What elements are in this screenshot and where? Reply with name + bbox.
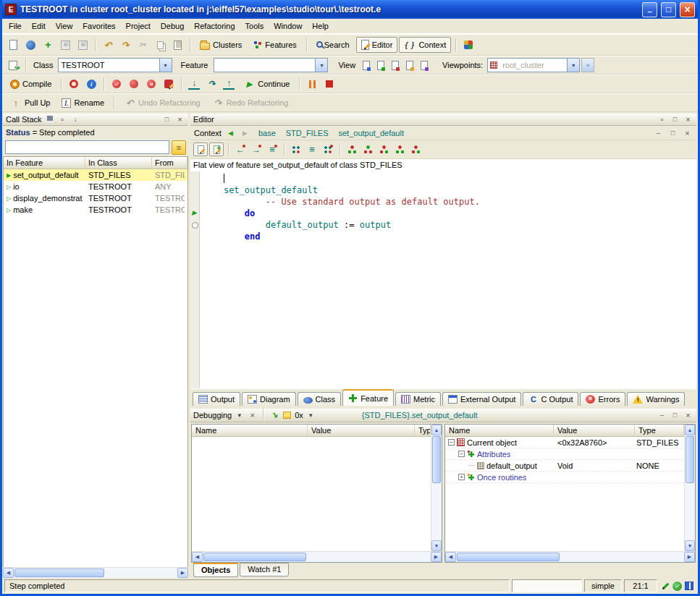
watch-column-type[interactable]: Type — [415, 425, 431, 436]
code-line[interactable]: -- Use standard output as default output… — [203, 196, 696, 208]
creators-button[interactable] — [289, 142, 303, 156]
code-line[interactable]: default_output := output — [203, 219, 696, 231]
menu-file[interactable]: File — [4, 20, 27, 33]
editor-tab-errors[interactable]: Errors — [580, 392, 625, 406]
editor-tab-c-output[interactable]: C Output — [523, 392, 578, 406]
open-new-editor-button[interactable] — [209, 142, 224, 156]
context-close-button[interactable] — [682, 128, 693, 137]
menu-help[interactable]: Help — [307, 20, 334, 33]
breadcrumb-base[interactable]: base — [258, 129, 276, 137]
menu-view[interactable]: View — [51, 20, 78, 33]
menu-window[interactable]: Window — [269, 20, 307, 33]
objects-column-type[interactable]: Type — [635, 425, 684, 436]
debugging-maximize-button[interactable] — [670, 411, 680, 420]
save-all-button[interactable] — [75, 37, 90, 53]
code-area[interactable]: set_output_default -- Use standard outpu… — [190, 171, 696, 388]
watch-vscrollbar[interactable] — [431, 425, 442, 551]
menu-refactoring[interactable]: Refactoring — [189, 20, 240, 33]
editor-tab-class[interactable]: Class — [298, 392, 342, 406]
scroll-down-button[interactable] — [685, 540, 695, 551]
code-line[interactable]: end — [203, 231, 696, 242]
watch-column-value[interactable]: Value — [308, 425, 415, 436]
editor-tab-external-output[interactable]: External Output — [442, 392, 521, 406]
context-maximize-button[interactable] — [667, 128, 678, 137]
feature-combo-dropdown[interactable] — [315, 59, 327, 72]
editor-tab-output[interactable]: Output — [193, 392, 240, 406]
undo-refactoring-button[interactable]: Undo Refactoring — [119, 95, 206, 111]
call-stack-maximize-button[interactable] — [161, 115, 172, 124]
suppliers-button[interactable] — [392, 142, 407, 156]
compile-button[interactable]: Compile — [5, 76, 56, 92]
scroll-track[interactable] — [203, 552, 431, 562]
objects-hscrollbar[interactable] — [445, 551, 695, 562]
callees-button[interactable] — [249, 142, 263, 156]
edit-feature-button[interactable] — [193, 142, 208, 156]
objects-column-name[interactable]: Name — [445, 425, 554, 436]
features-button[interactable]: Features — [248, 37, 301, 53]
call-stack-hscrollbar[interactable] — [3, 567, 188, 578]
object-tree-row-attributes[interactable]: Attributes — [445, 448, 684, 460]
editor-tab-diagram[interactable]: Diagram — [242, 392, 296, 406]
watch-column-name[interactable]: Name — [192, 425, 308, 436]
menu-tools[interactable]: Tools — [240, 20, 269, 33]
save-call-stack-button[interactable] — [44, 115, 55, 124]
menu-favorites[interactable]: Favorites — [77, 20, 120, 33]
ignore-breakpoints-button[interactable] — [66, 76, 82, 92]
editor-maximize-button[interactable] — [670, 115, 680, 124]
editor-close-button[interactable] — [683, 115, 693, 124]
objects-column-value[interactable]: Value — [554, 425, 635, 436]
relations-button[interactable] — [408, 142, 423, 156]
redo-button[interactable] — [117, 37, 133, 53]
remove-breakpoints-button[interactable] — [143, 76, 159, 92]
scroll-up-button[interactable] — [431, 425, 442, 435]
view-interface-button[interactable] — [418, 59, 431, 72]
send-to-new-tab-button[interactable] — [5, 57, 21, 73]
homonyms-button[interactable] — [321, 142, 335, 156]
redo-refactoring-button[interactable]: Redo Refactoring — [207, 95, 294, 111]
stack-depth-button[interactable] — [172, 140, 186, 155]
objects-vscrollbar[interactable] — [684, 425, 695, 551]
debugging-close-button[interactable] — [247, 411, 258, 420]
maximize-button[interactable] — [661, 2, 676, 17]
paste-button[interactable] — [169, 37, 185, 53]
implementers-button[interactable] — [305, 142, 319, 156]
scroll-thumb[interactable] — [203, 553, 306, 561]
copy-button[interactable] — [152, 37, 168, 53]
scroll-thumb[interactable] — [457, 553, 560, 561]
float-call-stack-button[interactable] — [57, 115, 68, 124]
ancestors-button[interactable] — [345, 142, 359, 156]
view-basic-text-button[interactable] — [360, 59, 373, 72]
call-stack-row-io[interactable]: ioTESTROOTANY — [4, 181, 187, 192]
editor-float-button[interactable] — [657, 115, 667, 124]
assigners-button[interactable] — [265, 142, 279, 156]
editor-tool-button[interactable]: Editor — [356, 37, 398, 53]
call-stack-row-make[interactable]: makeTESTROOTTESTROOT — [4, 204, 187, 216]
debugging-menu-dropdown[interactable] — [234, 411, 245, 420]
pull-up-button[interactable]: Pull Up — [5, 95, 55, 111]
call-stack-title-bar[interactable]: Call Stack — [3, 114, 188, 126]
disable-breakpoints-button[interactable] — [126, 76, 142, 92]
viewpoints-extra-dropdown[interactable] — [581, 58, 594, 72]
hex-format-dropdown[interactable] — [305, 411, 316, 420]
external-commands-button[interactable] — [460, 37, 476, 53]
save-button[interactable] — [57, 37, 73, 53]
debugging-close-button-2[interactable] — [683, 411, 693, 420]
title-bar[interactable]: TESTROOT in cluster root_cluster located… — [2, 0, 698, 19]
undo-button[interactable] — [100, 37, 116, 53]
code-line[interactable]: set_output_default — [203, 184, 696, 196]
search-button[interactable]: Search — [311, 37, 355, 53]
scroll-up-button[interactable] — [685, 425, 695, 435]
stop-button[interactable] — [321, 76, 337, 92]
context-tool-button[interactable]: Context — [399, 37, 451, 53]
context-minimize-button[interactable] — [653, 128, 664, 137]
scroll-thumb[interactable] — [14, 569, 104, 577]
hex-format-label[interactable]: 0x — [295, 411, 303, 420]
scroll-thumb[interactable] — [432, 436, 441, 483]
step-into-button[interactable] — [186, 76, 202, 92]
breadcrumb-set-output-default[interactable]: set_output_default — [338, 129, 404, 137]
breakpoint-slot-icon[interactable] — [192, 222, 198, 229]
scroll-down-button[interactable] — [431, 540, 442, 551]
open-button[interactable] — [22, 37, 38, 53]
stack-depth-input[interactable] — [5, 140, 169, 154]
editor-gutter[interactable] — [190, 171, 200, 388]
